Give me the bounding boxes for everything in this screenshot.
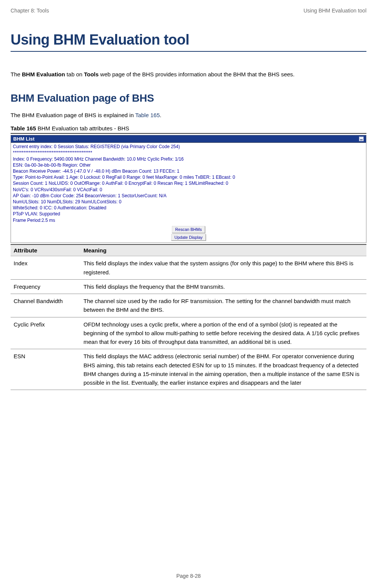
table-caption: Table 165 BHM Evaluation tab attributes … xyxy=(11,125,366,132)
bhm-line: PToP VLAN: Supported xyxy=(13,211,364,217)
table-header-row: Attribute Meaning xyxy=(11,244,366,256)
bhm-list-title: BHM List xyxy=(13,136,34,142)
bhm-line: Session Count: 1 NoLUIDS: 0 OutOfRange: … xyxy=(13,180,364,186)
attr-cell: Frequency xyxy=(11,279,80,294)
table-row: Frequency This field displays the freque… xyxy=(11,279,366,294)
bhm-line: WhiteSched: 0 ICC: 0 Authentication: Dis… xyxy=(13,205,364,211)
bhm-buttons-row: Rescan BHMs Update Display xyxy=(13,226,364,241)
attr-cell: Cyclic Prefix xyxy=(11,317,80,349)
table-reference-link[interactable]: Table 165 xyxy=(135,112,160,118)
table-caption-number: Table 165 xyxy=(11,125,36,132)
explain-suffix: . xyxy=(160,112,161,118)
bhm-line: AP Gain: -10 dBm Color Code: 254 BeaconV… xyxy=(13,193,364,199)
header-left: Chapter 8: Tools xyxy=(11,8,49,14)
bhm-list-titlebar: BHM List xyxy=(11,135,366,143)
meaning-cell: The channel size used by the radio for R… xyxy=(80,294,366,317)
intro-mid: tab on xyxy=(65,71,84,77)
bhm-line: Current entry index: 0 Session Status: R… xyxy=(13,144,364,150)
section-heading: BHM Evaluation page of BHS xyxy=(11,92,366,104)
bhm-line: ESN: 0a-00-3e-bb-00-fb Region: Other xyxy=(13,162,364,168)
bhm-line: Beacon Receive Power: -44.5 (-47.0 V / -… xyxy=(13,168,364,174)
header-right: Using BHM Evaluation tool xyxy=(303,8,366,14)
col-meaning-header: Meaning xyxy=(80,244,366,256)
intro-paragraph: The BHM Evaluation tab on Tools web page… xyxy=(11,70,366,79)
attr-cell: ESN xyxy=(11,349,80,390)
meaning-cell: OFDM technology uses a cyclic prefix, wh… xyxy=(80,317,366,349)
rescan-bhms-button[interactable]: Rescan BHMs xyxy=(172,226,205,233)
attr-cell: Index xyxy=(11,256,80,280)
bhm-list-body: Current entry index: 0 Session Status: R… xyxy=(11,143,366,243)
bhm-line: Type: Point-to-Point Avail: 1 Age: 0 Loc… xyxy=(13,174,364,180)
meaning-cell: This field displays the MAC address (ele… xyxy=(80,349,366,390)
update-display-button[interactable]: Update Display xyxy=(171,234,206,241)
table-row: ESN This field displays the MAC address … xyxy=(11,349,366,390)
intro-prefix: The xyxy=(11,71,22,77)
bhm-line: ****************************************… xyxy=(13,150,364,156)
table-caption-text: BHM Evaluation tab attributes - BHS xyxy=(36,125,129,132)
meaning-cell: This field displays the index value that… xyxy=(80,256,366,280)
attributes-table: Attribute Meaning Index This field displ… xyxy=(11,244,366,390)
page-header: Chapter 8: Tools Using BHM Evaluation to… xyxy=(11,8,366,14)
table-row: Cyclic Prefix OFDM technology uses a cyc… xyxy=(11,317,366,349)
col-attribute-header: Attribute xyxy=(11,244,80,256)
table-row: Index This field displays the index valu… xyxy=(11,256,366,280)
intro-bold2: Tools xyxy=(84,71,99,77)
bhm-line: Index: 0 Frequency: 5490.000 MHz Channel… xyxy=(13,156,364,162)
page-title: Using BHM Evaluation tool xyxy=(11,32,366,52)
minimize-icon[interactable] xyxy=(359,136,364,141)
bhm-list-panel: BHM List Current entry index: 0 Session … xyxy=(11,135,366,243)
table-row: Channel Bandwidth The channel size used … xyxy=(11,294,366,317)
meaning-cell: This field displays the frequency that t… xyxy=(80,279,366,294)
intro-suffix: web page of the BHS provides information… xyxy=(99,71,295,77)
bhm-line: NoVC's: 0 VCRsv/430smFail: 0 VCActFail: … xyxy=(13,187,364,193)
bhm-line: NumULSlots: 10 NumDLSlots: 29 NumULContS… xyxy=(13,199,364,205)
attr-cell: Channel Bandwidth xyxy=(11,294,80,317)
bhm-line: Frame Period:2.5 ms xyxy=(13,217,364,223)
intro-bold1: BHM Evaluation xyxy=(22,71,65,77)
page-footer: Page 8-28 xyxy=(0,573,377,579)
caption-divider xyxy=(11,133,366,134)
explain-prefix: The BHM Evaluation page of BHS is explai… xyxy=(11,112,135,118)
explain-paragraph: The BHM Evaluation page of BHS is explai… xyxy=(11,112,366,118)
